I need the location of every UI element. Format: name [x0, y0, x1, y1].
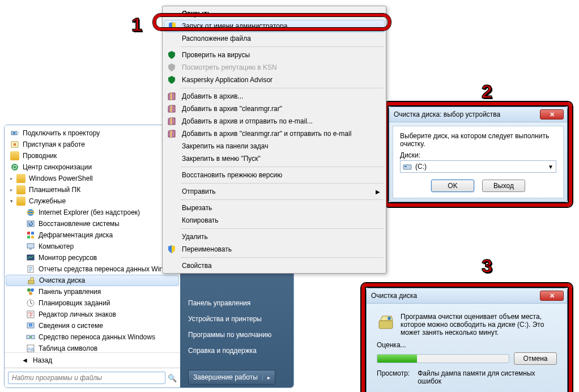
shutdown-button[interactable]: Завершение работы▸: [188, 370, 275, 385]
start-item-label: Служебные: [29, 197, 66, 205]
context-menu-item[interactable]: Восстановить прежнюю версию: [164, 169, 385, 181]
start-right-item[interactable]: Панель управления: [180, 295, 293, 311]
start-item[interactable]: Подключить к проектору: [6, 127, 179, 139]
start-item-label: Подключить к проектору: [23, 129, 100, 137]
svg-rect-10: [27, 236, 30, 238]
svg-text:Aa: Aa: [27, 346, 33, 352]
dialog3-cancel-button[interactable]: Отмена: [514, 352, 557, 365]
progress-fill: [377, 355, 417, 363]
context-menu-item-label: Запуск от имени администратора: [182, 22, 287, 30]
start-subitem-label: Internet Explorer (без надстроек): [39, 208, 140, 216]
start-item[interactable]: ▾Служебные: [6, 195, 179, 207]
dialog2-drives-label: Диски:: [400, 151, 556, 159]
start-subitem[interactable]: iСведения о системе: [6, 320, 179, 331]
context-menu-item[interactable]: Вырезать: [164, 202, 385, 214]
context-menu-item[interactable]: Добавить в архив и отправить по e-mail..…: [164, 115, 385, 127]
start-right-item[interactable]: Устройства и принтеры: [180, 311, 293, 327]
start-subitem[interactable]: Дефрагментация диска: [6, 229, 179, 241]
context-menu-item-label: Свойства: [182, 262, 212, 270]
context-menu-item[interactable]: Расположение файла: [164, 32, 385, 45]
context-menu-item[interactable]: Проверить на вирусы: [164, 49, 385, 61]
context-menu-item-label: Открыть: [182, 10, 211, 18]
context-menu-item[interactable]: Запуск от имени администратора: [164, 20, 385, 32]
start-subitem-label: Дефрагментация диска: [39, 231, 113, 239]
context-menu-item[interactable]: Открыть: [164, 7, 385, 20]
dialog2-selected-drive: (C:): [415, 163, 427, 171]
context-menu-item[interactable]: Добавить в архив...: [164, 90, 385, 103]
dialog2-drive-select[interactable]: (C:) ▼: [400, 160, 556, 173]
shutdown-options-icon[interactable]: ▸: [262, 374, 270, 381]
context-menu-item[interactable]: Закрепить на панели задач: [164, 140, 385, 152]
search-input[interactable]: [8, 372, 165, 384]
dialog3-progress-label: Оценка...: [377, 341, 557, 349]
start-subitem[interactable]: Компьютер: [6, 241, 179, 252]
context-menu-separator: [181, 228, 384, 229]
dialog3-titlebar[interactable]: Очистка диска ✕: [367, 288, 567, 304]
search-box-container: 🔍: [5, 368, 180, 387]
annotation-3: 3: [482, 255, 492, 277]
start-item[interactable]: Проводник: [6, 150, 179, 161]
context-menu-item-label: Вырезать: [182, 204, 212, 212]
context-menu-item[interactable]: Удалить: [164, 231, 385, 243]
svg-rect-30: [171, 93, 172, 100]
context-menu-item[interactable]: Отправить▶: [164, 185, 385, 198]
context-menu-item[interactable]: Переименовать: [164, 243, 385, 255]
progress-bar: [377, 354, 509, 363]
start-subitem-label: Средство переноса данных Windows: [39, 333, 155, 341]
dialog3-close-button[interactable]: ✕: [540, 291, 564, 301]
start-subitem[interactable]: AaТаблица символов: [6, 343, 179, 352]
context-menu-item[interactable]: Добавить в архив "cleanmgr.rar": [164, 103, 385, 115]
search-icon[interactable]: 🔍: [168, 374, 177, 382]
shield-icon: [168, 22, 177, 31]
context-menu-item[interactable]: Свойства: [164, 259, 385, 272]
shield-icon: [167, 245, 176, 254]
dialog2-ok-button[interactable]: OK: [431, 180, 474, 192]
start-subitem-label: Панель управления: [39, 288, 101, 296]
svg-rect-12: [27, 244, 34, 248]
context-menu-item[interactable]: Добавить в архив "cleanmgr.rar" и отправ…: [164, 127, 385, 140]
start-subitem[interactable]: Монитор ресурсов: [6, 252, 179, 263]
start-item[interactable]: Центр синхронизации: [6, 161, 179, 173]
back-button[interactable]: ◄ Назад: [5, 352, 180, 368]
annotation-1: 1: [131, 14, 142, 36]
kav-grey-icon: [167, 63, 176, 72]
context-menu-item[interactable]: Закрепить в меню "Пуск": [164, 152, 385, 165]
start-right-item[interactable]: Программы по умолчанию: [180, 327, 293, 343]
context-menu-item-label: Kaspersky Application Advisor: [182, 76, 273, 84]
context-menu-item[interactable]: Kaspersky Application Advisor: [164, 74, 385, 86]
context-menu-item-label: Добавить в архив "cleanmgr.rar": [182, 105, 282, 113]
start-subitem[interactable]: Отчеты средства переноса данных Wind: [6, 263, 179, 275]
context-menu-item-label: Добавить в архив...: [182, 92, 243, 100]
svg-rect-32: [171, 118, 172, 125]
start-subitem[interactable]: Панель управления: [6, 286, 179, 297]
dialog2-title: Очистка диска: выбор устройства: [394, 110, 540, 118]
back-arrow-icon: ◄: [22, 356, 28, 364]
start-subitem[interactable]: Очистка диска: [6, 275, 179, 286]
annotation-2: 2: [482, 80, 492, 103]
context-menu-separator: [181, 257, 384, 258]
context-menu-item-label: Закрепить в меню "Пуск": [182, 155, 261, 163]
context-menu-separator: [181, 199, 384, 200]
start-item[interactable]: ▸Планшетный ПК: [6, 184, 179, 195]
expand-right-icon: ▸: [10, 176, 13, 181]
dialog3-message: Программа очистки оценивает объем места,…: [401, 313, 557, 336]
start-subitem[interactable]: Средство переноса данных Windows: [6, 331, 179, 343]
start-subitem[interactable]: Восстановление системы: [6, 218, 179, 229]
context-menu-separator: [181, 46, 384, 47]
start-subitem[interactable]: 字Редактор личных знаков: [6, 309, 179, 320]
dialog2-close-button[interactable]: ✕: [540, 109, 564, 120]
expand-down-icon: ▾: [10, 198, 13, 204]
submenu-arrow-icon: ▶: [376, 189, 380, 195]
start-subitem[interactable]: Планировщик заданий: [6, 297, 179, 309]
dialog2-exit-button[interactable]: Выход: [482, 180, 525, 192]
svg-point-37: [388, 317, 391, 320]
start-item[interactable]: Приступая к работе: [6, 139, 179, 150]
start-item[interactable]: ▸Windows PowerShell: [6, 173, 179, 184]
start-subitem[interactable]: Internet Explorer (без надстроек): [6, 207, 179, 218]
context-menu-item[interactable]: Копировать: [164, 214, 385, 227]
kav-green-icon: [167, 75, 176, 84]
dialog2-titlebar[interactable]: Очистка диска: выбор устройства ✕: [389, 107, 567, 122]
winrar-icon: [167, 117, 176, 126]
svg-rect-13: [29, 248, 32, 250]
start-right-item[interactable]: Справка и поддержка: [180, 343, 293, 359]
